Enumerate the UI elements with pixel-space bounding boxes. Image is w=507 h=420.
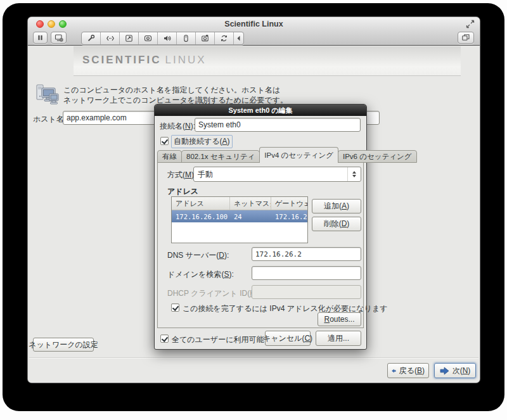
instruction-line-1: このコンピュータのホスト名を指定してください。ホスト名は — [63, 85, 280, 96]
available-all-users-checkbox[interactable] — [160, 334, 169, 343]
ipv4-settings-panel: 方式(M): 手動 アドレス アドレス ネットマスク ゲートウェイ 1 — [157, 162, 364, 328]
available-all-users-label: 全てのユーザーに利用可能 — [172, 334, 264, 345]
tab-8021x-security[interactable]: 802.1x セキュリティ — [181, 150, 260, 163]
addresses-table[interactable]: アドレス ネットマスク ゲートウェイ 172.16.26.100 24 172.… — [171, 196, 308, 243]
dialog-title: System eth0 の編集 — [155, 105, 366, 116]
routes-button-label: Routes... — [324, 315, 354, 324]
autoconnect-label[interactable]: 自動接続する(A) — [171, 135, 233, 148]
vm-window: Scientific Linux — [28, 17, 480, 383]
cd-drive-icon — [144, 34, 152, 42]
dhcp-client-id-input — [252, 285, 361, 299]
delete-button[interactable]: 削除(D) — [312, 217, 361, 231]
camera-button[interactable] — [196, 32, 215, 44]
connection-name-input[interactable] — [195, 118, 361, 132]
add-button-label: 追加(A) — [324, 201, 349, 212]
configure-network-button[interactable]: ネットワークの設定 — [33, 338, 94, 352]
hard-disk-icon — [125, 34, 133, 42]
dns-servers-input[interactable] — [252, 247, 361, 261]
tab-ipv6-settings[interactable]: IPv6 のセッティング — [338, 150, 417, 163]
window-title: Scientific Linux — [28, 17, 480, 31]
guest-screen: SCIENTIFICLINUX — [28, 46, 480, 383]
camera-icon — [201, 34, 209, 42]
sync-button[interactable] — [215, 32, 234, 44]
arrow-right-icon — [440, 367, 449, 375]
back-button[interactable]: 戻る(B) — [387, 363, 429, 378]
arrow-left-icon — [392, 367, 396, 375]
window-chrome: Scientific Linux — [28, 17, 480, 46]
routes-button[interactable]: Routes... — [318, 312, 361, 326]
address-row-selected[interactable]: 172.16.26.100 24 172.16.26.2 — [172, 210, 307, 222]
apply-button[interactable]: 適用... — [316, 331, 361, 346]
sync-icon — [220, 34, 228, 42]
hostname-label: ホスト名: — [33, 114, 66, 125]
expand-diagonal-icon[interactable] — [466, 20, 475, 29]
brand-bold-text: SCIENTIFIC — [82, 54, 161, 66]
cell-address: 172.16.26.100 — [172, 213, 230, 220]
device-toolbar — [81, 32, 244, 45]
addresses-section-label: アドレス — [167, 186, 198, 197]
next-button[interactable]: 次(N) — [434, 363, 476, 378]
scientific-linux-logo: SCIENTIFICLINUX — [82, 54, 207, 67]
snapshot-icon — [55, 34, 63, 42]
screenshot-canvas: Scientific Linux — [0, 0, 507, 420]
cd-drive-button[interactable] — [139, 32, 158, 44]
method-value: 手動 — [194, 169, 347, 180]
network-adapter-icon — [106, 34, 115, 42]
collapse-toolbar-button[interactable] — [234, 32, 243, 44]
sound-icon — [163, 34, 171, 42]
autoconnect-checkbox[interactable] — [160, 137, 169, 145]
settings-tabs: 有線 802.1x セキュリティ IPv4 のセッティング IPv6 のセッティ… — [157, 147, 416, 163]
settings-wrench-button[interactable] — [82, 32, 101, 44]
pause-vm-button[interactable] — [33, 32, 48, 44]
back-button-label: 戻る(B) — [399, 366, 425, 376]
dns-servers-label: DNS サーバー(D): — [167, 250, 229, 261]
tab-ipv4-settings[interactable]: IPv4 のセッティング — [259, 147, 338, 163]
hard-disk-button[interactable] — [120, 32, 139, 44]
search-domains-label: ドメインを検索(S): — [167, 269, 234, 280]
mouse-icon — [182, 34, 190, 42]
column-header-address[interactable]: アドレス — [172, 197, 230, 210]
cell-netmask: 24 — [230, 213, 271, 220]
pause-icon — [36, 34, 44, 42]
installer-banner: SCIENTIFICLINUX — [74, 46, 461, 76]
tab-wired[interactable]: 有線 — [157, 150, 182, 163]
edit-connection-dialog: System eth0 の編集 接続名(N): 自動接続する(A) 有線 802… — [154, 104, 367, 350]
chevron-left-icon — [236, 35, 241, 42]
combo-spinner-icon — [347, 167, 361, 181]
network-adapter-button[interactable] — [101, 32, 120, 44]
column-header-gateway[interactable]: ゲートウェイ — [271, 197, 307, 210]
snapshot-button[interactable] — [51, 32, 67, 44]
method-label: 方式(M): — [167, 170, 196, 181]
cancel-button[interactable]: キャンセル(C) — [265, 331, 311, 346]
show-all-windows-button[interactable] — [458, 32, 474, 44]
brand-light-text: LINUX — [165, 54, 206, 66]
delete-button-label: 削除(D) — [324, 219, 350, 229]
cancel-button-label: キャンセル(C) — [263, 333, 312, 344]
mouse-button[interactable] — [177, 32, 196, 44]
footer-separator — [29, 357, 478, 358]
addresses-table-header: アドレス ネットマスク ゲートウェイ — [172, 197, 307, 210]
wrench-icon — [87, 34, 95, 42]
next-button-label: 次(N) — [452, 366, 471, 376]
add-button[interactable]: 追加(A) — [312, 199, 361, 213]
computers-icon — [35, 84, 60, 106]
cell-gateway: 172.16.26.2 — [271, 213, 307, 220]
column-header-netmask[interactable]: ネットマスク — [230, 197, 271, 210]
method-combobox[interactable]: 手動 — [193, 167, 361, 182]
sound-button[interactable] — [158, 32, 177, 44]
dhcp-client-id-label: DHCP クライアント ID(H): — [167, 288, 260, 299]
stacked-windows-icon — [461, 34, 470, 42]
search-domains-input[interactable] — [252, 266, 361, 280]
require-ipv4-checkbox[interactable] — [171, 303, 179, 312]
connection-name-label: 接続名(N): — [160, 121, 195, 132]
